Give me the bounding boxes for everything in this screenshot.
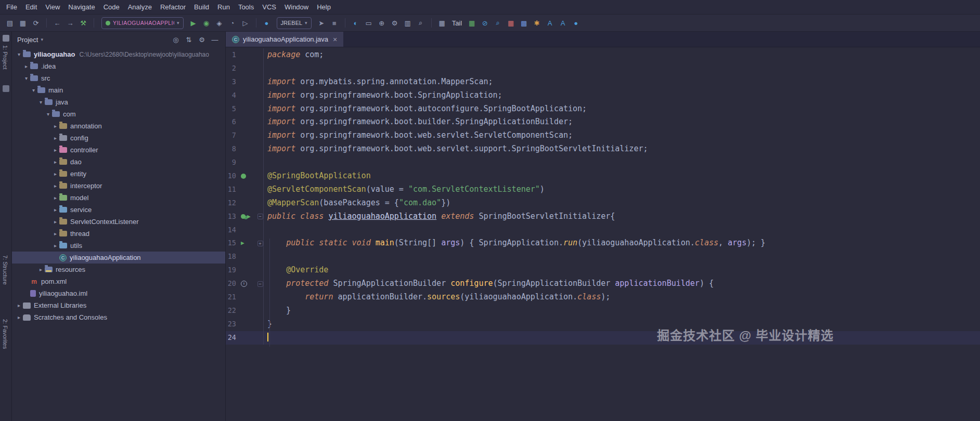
- line-number[interactable]: 24: [226, 331, 239, 345]
- line-number[interactable]: 1: [226, 48, 239, 62]
- code-line-4[interactable]: 4import org.springframework.boot.SpringA…: [226, 89, 980, 102]
- line-number[interactable]: 4: [226, 89, 239, 102]
- code-line-1[interactable]: 1package com;: [226, 48, 980, 62]
- chevron-right-icon[interactable]: ▸: [51, 147, 59, 153]
- menu-item-vcs[interactable]: VCS: [258, 0, 280, 14]
- locate-file-icon[interactable]: ◎: [171, 36, 181, 44]
- line-number[interactable]: 18: [226, 250, 239, 264]
- tree-item-pom-xml[interactable]: pom.xml: [12, 275, 225, 287]
- line-number[interactable]: 6: [226, 115, 239, 129]
- fold-marker-icon[interactable]: +: [257, 241, 263, 246]
- run-icon[interactable]: ▶: [247, 210, 251, 223]
- chevron-right-icon[interactable]: ▸: [51, 135, 59, 141]
- menu-item-code[interactable]: Code: [99, 0, 124, 14]
- tree-item-yiliaoguahao-iml[interactable]: yiliaoguahao.iml: [12, 287, 225, 299]
- chevron-right-icon[interactable]: ▸: [51, 231, 59, 236]
- translate-icon[interactable]: A: [544, 17, 556, 29]
- tree-item-annotation[interactable]: ▸annotation: [12, 120, 225, 132]
- line-number[interactable]: 8: [226, 142, 239, 156]
- code-line-5[interactable]: 5import org.springframework.boot.autocon…: [226, 102, 980, 116]
- code-line-9[interactable]: 9: [226, 156, 980, 169]
- gear-icon[interactable]: ⚙: [197, 36, 207, 44]
- code-line-10[interactable]: 10@SpringBootApplication: [226, 169, 980, 183]
- tree-item-utils[interactable]: ▸utils: [12, 240, 225, 252]
- forward-icon[interactable]: →: [65, 17, 76, 29]
- project-structure-icon[interactable]: ▥: [402, 17, 414, 29]
- bookmark-stripe-icon[interactable]: [3, 85, 9, 92]
- line-number[interactable]: 9: [226, 156, 239, 169]
- terminal-icon[interactable]: ▭: [363, 17, 375, 29]
- menu-item-navigate[interactable]: Navigate: [64, 0, 99, 14]
- run-icon[interactable]: ▶: [241, 236, 244, 250]
- rebel-run-icon[interactable]: ➤: [316, 17, 327, 29]
- run-configurations-icon[interactable]: ▷: [240, 17, 251, 29]
- tree-item-servletcontextlistener[interactable]: ▸ServletContextListener: [12, 216, 225, 228]
- settings-wrench-icon[interactable]: ⚙: [389, 17, 401, 29]
- tool-button-structure[interactable]: 7: Structure: [2, 255, 8, 285]
- profiler-icon[interactable]: ◔: [227, 17, 238, 29]
- code-line-23[interactable]: 23}: [226, 318, 980, 331]
- tree-item-scratches-and-consoles[interactable]: ▸Scratches and Consoles: [12, 311, 225, 323]
- tree-item-external-libraries[interactable]: ▸External Libraries: [12, 299, 225, 311]
- chevron-down-icon[interactable]: ▾: [30, 87, 37, 93]
- chevron-right-icon[interactable]: ▸: [37, 267, 45, 272]
- bean-icon[interactable]: [241, 174, 246, 179]
- code-line-21[interactable]: 21 return applicationBuilder.sources(yil…: [226, 291, 980, 304]
- green-grid-icon[interactable]: ▦: [466, 17, 478, 29]
- plugin-icon[interactable]: ✱: [531, 17, 543, 29]
- tree-item-model[interactable]: ▸model: [12, 192, 225, 204]
- tree-item-resources[interactable]: ▸resources: [12, 264, 225, 275]
- line-number[interactable]: 12: [226, 196, 239, 210]
- jrebel-combo[interactable]: JREBEL ▾: [277, 17, 312, 29]
- code-line-8[interactable]: 8import org.springframework.boot.web.ser…: [226, 142, 980, 156]
- line-number[interactable]: 19: [226, 264, 239, 277]
- line-number[interactable]: 22: [226, 304, 239, 318]
- code-line-6[interactable]: 6import org.springframework.boot.builder…: [226, 115, 980, 129]
- chevron-right-icon[interactable]: ▸: [15, 302, 23, 308]
- code-line-2[interactable]: 2: [226, 62, 980, 75]
- project-stripe-icon[interactable]: [3, 35, 9, 42]
- beans-icon[interactable]: [241, 214, 246, 219]
- code-line-22[interactable]: 22 }: [226, 304, 980, 318]
- tail-button[interactable]: Tail: [452, 19, 462, 27]
- line-number[interactable]: 10: [226, 169, 239, 183]
- line-number[interactable]: 7: [226, 129, 239, 142]
- line-number[interactable]: 20: [226, 277, 239, 291]
- code-line-7[interactable]: 7import org.springframework.boot.web.ser…: [226, 129, 980, 142]
- sync-icon[interactable]: ⟳: [30, 17, 42, 29]
- tree-item-config[interactable]: ▸config: [12, 132, 225, 144]
- fold-marker-icon[interactable]: −: [257, 214, 263, 219]
- chevron-down-icon[interactable]: ▾: [22, 75, 30, 81]
- chevron-right-icon[interactable]: ▸: [15, 314, 23, 320]
- build-icon[interactable]: ⚒: [78, 17, 89, 29]
- menu-item-window[interactable]: Window: [280, 0, 313, 14]
- menu-item-file[interactable]: File: [2, 0, 21, 14]
- close-icon[interactable]: ×: [333, 35, 337, 44]
- tree-item-entity[interactable]: ▸entity: [12, 168, 225, 180]
- tree-item-java[interactable]: ▾java: [12, 96, 225, 108]
- menu-item-analyze[interactable]: Analyze: [124, 0, 156, 14]
- tree-item-yiliaoguahaoapplication[interactable]: yiliaoguahaoApplication: [12, 252, 225, 264]
- run-config-combo[interactable]: yiliaoguahaoApplication ▾: [101, 17, 184, 29]
- chevron-right-icon[interactable]: ▸: [51, 171, 59, 177]
- expand-collapse-icon[interactable]: ⇅: [184, 36, 194, 44]
- search-everywhere-icon[interactable]: ⌕: [415, 17, 427, 29]
- attach-icon[interactable]: ⊕: [376, 17, 388, 29]
- code-editor[interactable]: 1package com;23import org.mybatis.spring…: [226, 47, 980, 421]
- chevron-right-icon[interactable]: ▸: [22, 63, 30, 69]
- tree-item-main[interactable]: ▾main: [12, 84, 225, 96]
- line-number[interactable]: 15: [226, 236, 239, 250]
- database-grid-icon[interactable]: ▦: [436, 17, 448, 29]
- chevron-down-icon[interactable]: ▾: [44, 111, 52, 117]
- line-number[interactable]: 14: [226, 223, 239, 237]
- menu-item-edit[interactable]: Edit: [21, 0, 41, 14]
- menu-item-refactor[interactable]: Refactor: [156, 0, 190, 14]
- tree-item-yiliaoguahao[interactable]: ▾yiliaoguahaoC:\Users\22680\Desktop\newj…: [12, 48, 225, 60]
- chevron-right-icon[interactable]: ▸: [51, 243, 59, 248]
- code-line-12[interactable]: 12@MapperScan(basePackages = {"com.dao"}…: [226, 196, 980, 210]
- code-line-15[interactable]: 15▶+ public static void main(String[] ar…: [226, 236, 980, 250]
- menu-item-help[interactable]: Help: [313, 0, 335, 14]
- hide-panel-icon[interactable]: —: [210, 36, 220, 44]
- code-line-14[interactable]: 14: [226, 223, 980, 237]
- project-panel-title[interactable]: Project: [17, 36, 38, 44]
